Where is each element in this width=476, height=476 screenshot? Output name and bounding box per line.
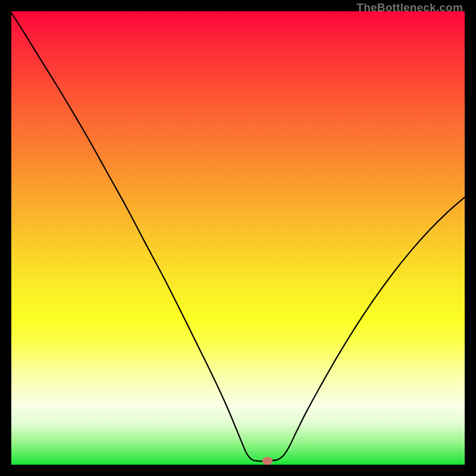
plot-area bbox=[11, 11, 465, 465]
watermark-text: TheBottleneck.com bbox=[356, 1, 463, 14]
chart-frame: TheBottleneck.com bbox=[0, 0, 476, 476]
optimum-marker bbox=[262, 457, 273, 465]
bottleneck-curve bbox=[11, 11, 465, 465]
